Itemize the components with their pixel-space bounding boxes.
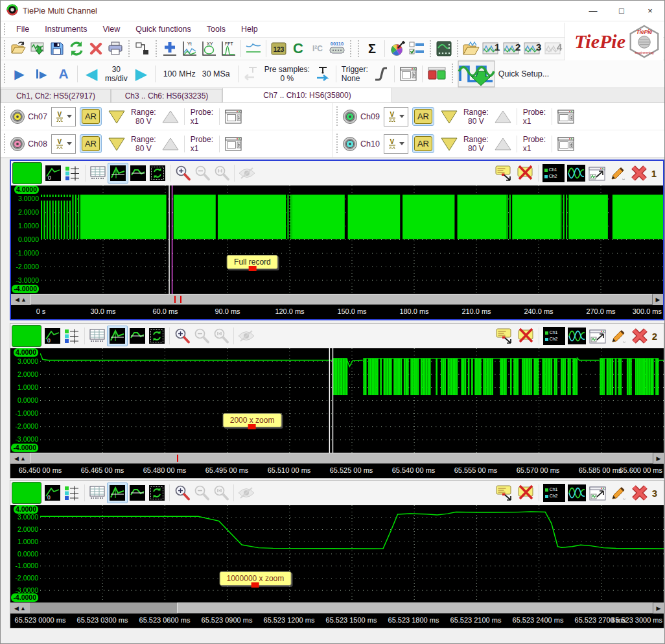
comment-note[interactable]: Full record xyxy=(227,255,278,269)
channel-settings-button[interactable] xyxy=(555,107,577,126)
minimize-button[interactable]: — xyxy=(579,1,607,21)
auto-setup-button[interactable]: A xyxy=(52,64,75,84)
start-button[interactable]: ▶ xyxy=(8,64,30,84)
autorange-button[interactable]: AR xyxy=(412,107,434,126)
presamples-increase-icon[interactable] xyxy=(312,64,333,84)
tab-3[interactable]: Ch7 .. Ch10: HS6(35800) xyxy=(222,88,392,102)
legend-badge[interactable]: Ch1 Ch2 xyxy=(541,163,566,183)
channel-position-icon[interactable] xyxy=(63,163,82,183)
range-down-button[interactable] xyxy=(106,134,128,154)
zoom-in-icon[interactable] xyxy=(173,163,192,183)
remove-comment-icon[interactable] xyxy=(515,483,536,503)
range-up-button[interactable] xyxy=(492,107,514,126)
menu-item-view[interactable]: View xyxy=(95,25,128,34)
sum-icon[interactable]: Σ xyxy=(362,39,382,58)
zoom-reset-icon[interactable] xyxy=(212,163,231,183)
toolbar-grip[interactable] xyxy=(335,106,340,127)
detach-graph-icon[interactable] xyxy=(587,163,607,183)
close-button[interactable]: × xyxy=(636,1,664,21)
add-comment-icon[interactable] xyxy=(495,326,515,346)
yt-mode-icon[interactable] xyxy=(107,483,128,503)
yt-graph-icon[interactable]: Yt xyxy=(180,39,199,58)
autorange-button[interactable]: AR xyxy=(412,134,434,153)
scroll-left-button[interactable]: ◀▲ xyxy=(10,602,30,614)
setup-2-icon[interactable]: 2 xyxy=(502,39,522,58)
setup-3-icon[interactable]: 3 xyxy=(522,39,543,58)
horizontal-scrollbar[interactable]: ◀▲ ▶ xyxy=(10,453,664,464)
refresh-mode-icon[interactable] xyxy=(147,326,167,346)
quick-setup-label[interactable]: Quick Setup... xyxy=(498,69,550,78)
zoom-out-icon[interactable] xyxy=(192,483,211,503)
zoom-reset-icon[interactable] xyxy=(211,326,231,346)
scroll-thumb[interactable] xyxy=(177,602,653,614)
refresh-mode-icon[interactable] xyxy=(147,483,167,503)
zero-offset-icon[interactable]: 0 xyxy=(43,326,62,346)
zoom-out-icon[interactable] xyxy=(192,326,211,346)
zero-offset-icon[interactable]: 0 xyxy=(43,483,62,503)
waveform-preview-icon[interactable] xyxy=(566,163,587,183)
envelope-mode-icon[interactable] xyxy=(128,326,147,346)
tab-2[interactable]: Ch3 .. Ch6: HS6(33235) xyxy=(111,89,222,102)
coupling-select[interactable]: V xyxy=(384,134,408,154)
tab-1[interactable]: Ch1, Ch2: HS5(27917) xyxy=(1,89,111,102)
setup-4-icon[interactable]: 4 xyxy=(543,39,564,58)
plot-area[interactable]: 2000 x zoom xyxy=(40,348,664,453)
scroll-right-button[interactable]: ▶ xyxy=(653,294,663,305)
toolbar-grip[interactable] xyxy=(3,64,7,85)
setup-1-icon[interactable]: 1 xyxy=(481,39,502,58)
remove-comment-icon[interactable] xyxy=(515,163,535,183)
settings-list-icon[interactable] xyxy=(407,39,426,58)
toolbar-grip[interactable] xyxy=(154,40,159,58)
values-table-icon[interactable] xyxy=(88,483,107,503)
autorange-button[interactable]: AR xyxy=(80,134,102,153)
waveform-plot[interactable] xyxy=(41,185,663,294)
menu-item-tools[interactable]: Tools xyxy=(199,25,233,34)
plot-area[interactable]: 1000000 x zoom xyxy=(40,505,664,602)
hide-channels-icon[interactable] xyxy=(237,163,257,183)
menu-item-file[interactable]: File xyxy=(8,25,37,34)
edit-graph-icon[interactable] xyxy=(608,326,629,346)
menu-item-help[interactable]: Help xyxy=(233,25,266,34)
toolbar-grip[interactable] xyxy=(428,40,433,58)
waveform-preview-icon[interactable] xyxy=(566,483,587,503)
values-table-icon[interactable] xyxy=(88,326,107,346)
scroll-left-button[interactable]: ◀▲ xyxy=(10,453,30,464)
range-down-button[interactable] xyxy=(438,134,460,154)
coupling-select[interactable]: V xyxy=(384,107,408,126)
close-graph-icon[interactable] xyxy=(628,163,650,183)
presamples-decrease-icon[interactable] xyxy=(241,64,262,84)
menu-item-quick-functions[interactable]: Quick functions xyxy=(128,25,198,34)
range-up-button[interactable] xyxy=(159,134,181,154)
values-table-icon[interactable] xyxy=(88,163,108,183)
scroll-track[interactable] xyxy=(30,602,653,614)
envelope-mode-icon[interactable] xyxy=(128,163,148,183)
timebase-faster-button[interactable]: ▶ xyxy=(130,64,152,84)
toolbar-grip[interactable] xyxy=(356,40,361,58)
channel-settings-button[interactable] xyxy=(222,107,244,126)
add-comment-icon[interactable] xyxy=(495,483,515,503)
coupling-select[interactable]: V xyxy=(51,134,76,154)
export-waveform-icon[interactable] xyxy=(28,39,47,58)
toolbar-grip[interactable] xyxy=(3,23,7,36)
maximize-button[interactable]: □ xyxy=(607,1,636,21)
save-icon[interactable] xyxy=(47,39,67,58)
toolbar-grip[interactable] xyxy=(3,106,7,127)
close-graph-icon[interactable] xyxy=(629,326,651,346)
horizontal-scrollbar[interactable]: ◀▲ ▶ xyxy=(10,602,664,614)
close-graph-icon[interactable] xyxy=(629,483,651,503)
range-down-button[interactable] xyxy=(438,107,460,126)
fft-graph-icon[interactable]: FFT xyxy=(218,39,238,58)
trigger-settings-button[interactable] xyxy=(397,64,419,84)
comment-note[interactable]: 1000000 x zoom xyxy=(220,571,292,586)
trigger-slope-icon[interactable] xyxy=(371,64,391,84)
add-graph-icon[interactable] xyxy=(160,39,180,58)
timebase-slower-button[interactable]: ◀ xyxy=(80,64,102,84)
add-comment-icon[interactable] xyxy=(494,163,515,183)
gauge-icon[interactable]: C xyxy=(288,39,308,58)
toolbar-grip[interactable] xyxy=(450,64,455,85)
zero-offset-icon[interactable]: 0 xyxy=(43,163,63,183)
i2c-icon[interactable]: I²C xyxy=(308,39,327,58)
print-icon[interactable] xyxy=(106,39,125,58)
comment-note[interactable]: 2000 x zoom xyxy=(223,413,282,427)
object-tree-icon[interactable] xyxy=(133,39,152,58)
